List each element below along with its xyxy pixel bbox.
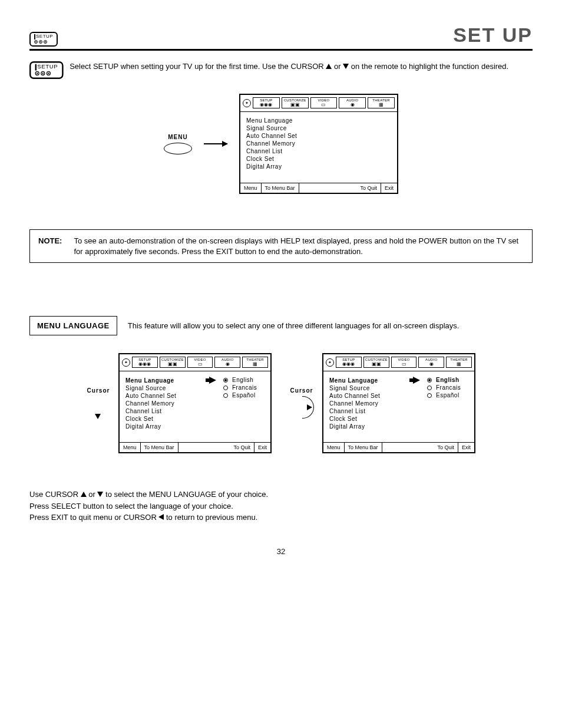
radio-icon xyxy=(223,393,228,398)
radio-icon xyxy=(223,378,228,383)
osd-tab-bar: ✦ SETUP◉◉◉ CUSTOMIZE▣▣ VIDEO▭ AUDIO◉ THE… xyxy=(120,354,270,371)
menu-button-label: MENU xyxy=(164,134,192,140)
cursor-label: Cursor xyxy=(289,387,314,394)
instructions: Use CURSOR or to select the MENU LANGUAG… xyxy=(29,489,533,523)
intro-text-part1: Select SETUP when setting your TV up for… xyxy=(70,62,326,71)
setup-icon-label: SETUP xyxy=(36,34,53,39)
osd-footer-to-quit: To Quit xyxy=(356,183,381,193)
osd-body: Menu LanguageSignal SourceAuto Channel S… xyxy=(120,371,270,442)
osd-item: Clock Set xyxy=(246,155,391,163)
osd-option: English xyxy=(223,376,265,384)
osd-tab-video: VIDEO▭ xyxy=(310,97,338,108)
instr-line3-b: to return to previous menu. xyxy=(164,513,257,522)
osd-option: English xyxy=(427,376,468,384)
intro-text-part3: on the remote to highlight the function … xyxy=(349,62,508,71)
intro-text: Select SETUP when setting your TV up for… xyxy=(70,61,533,72)
menu-language-heading: MENU LANGUAGE xyxy=(29,316,117,335)
cursor-icon: ✦ xyxy=(326,358,334,367)
osd-tab-setup: SETUP◉◉◉ xyxy=(132,357,158,368)
osd-footer-menu: Menu xyxy=(120,443,141,452)
up-arrow-icon xyxy=(326,64,332,69)
cursor-diagram-row: Cursor ✦ SETUP◉◉◉ CUSTOMIZE▣▣ VIDEO▭ AUD… xyxy=(29,353,533,453)
cursor-label: Cursor xyxy=(87,387,110,394)
menu-diagram: MENU ✦ SETUP◉◉◉ CUSTOMIZE▣▣ VIDEO▭ AUDIO… xyxy=(29,94,533,194)
cursor-down-icon xyxy=(87,396,110,420)
osd-tab-setup: SETUP◉◉◉ xyxy=(336,357,362,368)
osd-footer-to-quit: To Quit xyxy=(434,443,458,452)
up-arrow-icon xyxy=(81,492,87,497)
osd-tab-setup: SETUP◉◉◉ xyxy=(253,97,280,108)
osd-tab-theater: THEATER▦ xyxy=(368,97,395,108)
note-text: To see an auto-demonstration of the on-s… xyxy=(74,236,524,256)
osd-tab-video: VIDEO▭ xyxy=(187,357,213,368)
intro-row: SETUP Select SETUP when setting your TV … xyxy=(29,61,533,76)
osd-tab-customize: CUSTOMIZE▣▣ xyxy=(160,357,186,368)
instr-line1-b: or xyxy=(87,490,98,499)
cursor-down-button: Cursor xyxy=(87,387,110,420)
osd-item: Signal Source xyxy=(246,124,391,132)
osd-body: Menu LanguageSignal SourceAuto Channel S… xyxy=(323,371,474,442)
arrow-right-icon xyxy=(413,377,420,384)
osd-tab-audio: AUDIO◉ xyxy=(339,97,366,108)
osd-item: Channel Memory xyxy=(125,400,216,407)
osd-footer-to-menu-bar: To Menu Bar xyxy=(141,443,178,452)
arrow-right-icon xyxy=(204,143,227,144)
instr-line1-a: Use CURSOR xyxy=(29,490,81,499)
osd-footer: Menu To Menu Bar To Quit Exit xyxy=(240,183,397,193)
osd-left-screen: ✦ SETUP◉◉◉ CUSTOMIZE▣▣ VIDEO▭ AUDIO◉ THE… xyxy=(118,353,272,453)
setup-icon-label: SETUP xyxy=(37,64,58,70)
note-label: NOTE: xyxy=(38,236,62,256)
osd-item: Menu Language xyxy=(246,117,391,124)
osd-item: Auto Channel Set xyxy=(125,392,216,400)
setup-icon-small: SETUP xyxy=(29,32,58,47)
osd-item: Clock Set xyxy=(125,415,216,423)
cursor-down-group: Cursor ✦ SETUP◉◉◉ CUSTOMIZE▣▣ VIDEO▭ AUD… xyxy=(87,353,272,453)
menu-language-heading-row: MENU LANGUAGE This feature will allow yo… xyxy=(29,316,533,335)
osd-footer-menu: Menu xyxy=(323,443,345,452)
osd-main-screen: ✦ SETUP◉◉◉ CUSTOMIZE▣▣ VIDEO▭ AUDIO◉ THE… xyxy=(239,94,398,194)
radio-icon xyxy=(427,378,432,383)
osd-item: Channel Memory xyxy=(329,400,420,407)
osd-tab-audio: AUDIO◉ xyxy=(214,357,240,368)
osd-tab-customize: CUSTOMIZE▣▣ xyxy=(363,357,389,368)
osd-tab-theater: THEATER▦ xyxy=(242,357,268,368)
instr-line3-a: Press EXIT to quit menu or CURSOR xyxy=(29,513,158,522)
osd-item: Signal Source xyxy=(329,384,420,392)
page-number: 32 xyxy=(29,547,533,556)
osd-item: Menu Language xyxy=(329,376,420,384)
osd-tab-bar: ✦ SETUP◉◉◉ CUSTOMIZE▣▣ VIDEO▭ AUDIO◉ THE… xyxy=(240,95,397,112)
osd-tab-theater: THEATER▦ xyxy=(446,357,472,368)
osd-footer-to-menu-bar: To Menu Bar xyxy=(262,183,299,193)
osd-tab-audio: AUDIO◉ xyxy=(418,357,444,368)
osd-footer-exit: Exit xyxy=(458,443,474,452)
cursor-icon: ✦ xyxy=(122,358,130,367)
osd-tab-video: VIDEO▭ xyxy=(391,357,417,368)
osd-tab-customize: CUSTOMIZE▣▣ xyxy=(282,97,309,108)
intro-text-part2: or xyxy=(332,62,343,71)
menu-language-desc: This feature will allow you to select an… xyxy=(128,321,459,330)
osd-footer: Menu To Menu Bar To Quit Exit xyxy=(120,442,270,452)
note-box: NOTE: To see an auto-demonstration of th… xyxy=(29,229,533,263)
cursor-right-icon xyxy=(289,396,314,420)
osd-item: Clock Set xyxy=(329,415,420,423)
osd-item: Menu Language xyxy=(125,376,216,384)
cursor-right-group: Cursor ✦ SETUP◉◉◉ CUSTOMIZE▣▣ VIDEO▭ AUD… xyxy=(289,353,475,453)
menu-button: MENU xyxy=(164,134,192,154)
page-title: SET UP xyxy=(453,24,533,47)
osd-option: Francais xyxy=(223,384,265,391)
osd-footer-exit: Exit xyxy=(381,183,397,193)
osd-right-screen: ✦ SETUP◉◉◉ CUSTOMIZE▣▣ VIDEO▭ AUDIO◉ THE… xyxy=(322,353,475,453)
radio-icon xyxy=(223,386,228,390)
osd-item: Channel List xyxy=(125,407,216,415)
osd-item: Channel List xyxy=(329,407,420,415)
osd-tab-bar: ✦ SETUP◉◉◉ CUSTOMIZE▣▣ VIDEO▭ AUDIO◉ THE… xyxy=(323,354,474,371)
osd-footer-exit: Exit xyxy=(254,443,270,452)
osd-item: Auto Channel Set xyxy=(329,392,420,400)
osd-item: Channel List xyxy=(246,147,391,155)
osd-item: Channel Memory xyxy=(246,140,391,147)
osd-option: Español xyxy=(223,391,265,399)
osd-item: Digital Array xyxy=(246,163,391,170)
osd-item: Auto Channel Set xyxy=(246,132,391,140)
osd-body: Menu Language Signal Source Auto Channel… xyxy=(240,112,397,183)
osd-item: Signal Source xyxy=(125,384,216,392)
